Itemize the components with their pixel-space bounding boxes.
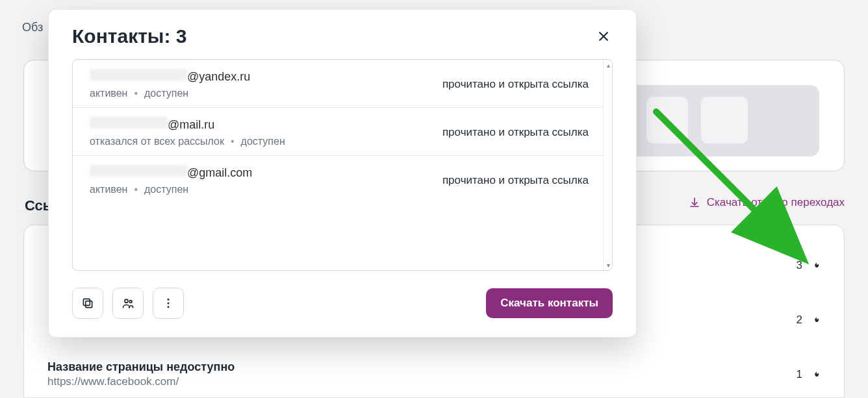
scroll-up-icon: ▴ xyxy=(605,62,611,68)
bg-top-text: Обз xyxy=(22,21,43,34)
list-item-title: Название страницы недоступно xyxy=(47,360,782,374)
dot-separator: • xyxy=(231,136,235,147)
scrollbar[interactable]: ▴ ▾ xyxy=(603,60,612,270)
list-item[interactable]: Название страницы недоступно https://www… xyxy=(47,347,821,398)
svg-point-2 xyxy=(125,299,128,303)
contact-meta-a: отказался от всех рассылок xyxy=(90,136,224,147)
copy-button[interactable] xyxy=(72,288,103,319)
contact-meta-b: доступен xyxy=(144,184,188,195)
contact-meta: активен • доступен xyxy=(90,184,252,195)
list-item-count: 2 xyxy=(791,314,802,327)
download-icon xyxy=(689,197,700,208)
group-button[interactable] xyxy=(112,288,144,319)
contact-meta: отказался от всех рассылок • доступен xyxy=(90,136,285,147)
svg-rect-0 xyxy=(86,301,92,308)
scroll-down-icon: ▾ xyxy=(605,262,611,268)
contact-status: прочитано и открыта ссылка xyxy=(442,174,589,187)
close-button[interactable] xyxy=(594,27,613,45)
more-button[interactable] xyxy=(153,288,184,319)
contacts-modal: Контакты: 3 @yandex.ru активен • доступе… xyxy=(48,9,637,338)
modal-header: Контакты: 3 xyxy=(49,10,636,59)
contact-meta-b: доступен xyxy=(144,88,188,99)
modal-footer: Скачать контакты xyxy=(49,271,636,337)
svg-rect-1 xyxy=(83,299,90,305)
contact-name-redacted xyxy=(90,69,187,81)
list-item-count: 3 xyxy=(791,259,802,272)
svg-point-3 xyxy=(129,301,132,303)
copy-icon xyxy=(81,297,94,310)
download-report-link[interactable]: Скачать отчет о переходах xyxy=(689,196,845,209)
svg-point-5 xyxy=(168,303,170,305)
fire-icon xyxy=(811,314,821,326)
fire-icon xyxy=(811,260,821,271)
bg-hero-placeholder xyxy=(646,97,688,143)
list-item-count: 1 xyxy=(791,368,802,381)
contacts-scroll[interactable]: @yandex.ru активен • доступен прочитано … xyxy=(73,60,603,270)
users-icon xyxy=(121,297,134,310)
contact-status: прочитано и открыта ссылка xyxy=(442,78,589,91)
contacts-list: @yandex.ru активен • доступен прочитано … xyxy=(72,59,613,271)
contact-row[interactable]: @gmail.com активен • доступен прочитано … xyxy=(73,156,603,203)
svg-point-6 xyxy=(168,306,170,308)
contact-name-redacted xyxy=(90,165,187,177)
contact-meta-a: активен xyxy=(90,184,127,195)
dot-separator: • xyxy=(134,88,138,99)
kebab-icon xyxy=(162,297,175,310)
download-report-label: Скачать отчет о переходах xyxy=(707,196,845,209)
contact-row[interactable]: @mail.ru отказался от всех рассылок • до… xyxy=(73,108,603,156)
contact-meta: активен • доступен xyxy=(90,88,250,99)
svg-point-4 xyxy=(168,299,170,301)
download-contacts-button[interactable]: Скачать контакты xyxy=(486,288,613,318)
close-icon xyxy=(597,30,610,43)
modal-title: Контакты: 3 xyxy=(72,25,186,47)
bg-hero-placeholder xyxy=(701,97,748,143)
contact-meta-a: активен xyxy=(90,88,127,99)
contact-email-domain: @yandex.ru xyxy=(187,70,250,84)
contact-email-domain: @mail.ru xyxy=(168,118,214,132)
contact-meta-b: доступен xyxy=(241,136,285,147)
fire-icon xyxy=(811,369,821,380)
contact-status: прочитано и открыта ссылка xyxy=(442,126,589,139)
contact-row[interactable]: @yandex.ru активен • доступен прочитано … xyxy=(73,60,603,108)
contact-name-redacted xyxy=(90,117,168,129)
contact-email-domain: @gmail.com xyxy=(187,166,252,180)
dot-separator: • xyxy=(134,184,138,195)
list-item-url: https://www.facebook.com/ xyxy=(47,375,782,388)
